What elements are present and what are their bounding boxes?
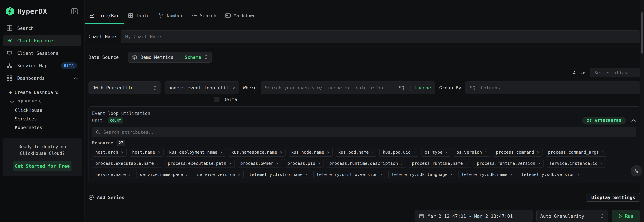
add-series-button[interactable]: Add Series — [88, 195, 124, 200]
collapse-panel-chevron-up-icon[interactable] — [631, 119, 636, 122]
tab-markdown[interactable]: Markdown — [221, 7, 260, 24]
attribute-chip-label: process.executable.name — [95, 161, 154, 166]
run-label: Run — [625, 214, 633, 219]
attribute-chip[interactable]: os.type › — [422, 148, 451, 157]
sidebar-item-client-sessions[interactable]: Client Sessions — [3, 47, 81, 59]
tab-table[interactable]: Table — [124, 7, 154, 24]
attribute-chip[interactable]: telemetry.sdk.name › — [458, 170, 516, 179]
attribute-chip-label: host.arch — [95, 150, 118, 155]
sidebar-nav: Search Chart Explorer Client Sessions Se… — [0, 23, 84, 132]
attribute-chip[interactable]: telemetry.distro.name › — [246, 170, 311, 179]
attribute-chip[interactable]: process.command_args › — [545, 148, 607, 157]
data-source-row: Data Source Demo Metrics Schema — [84, 52, 644, 63]
attribute-chip[interactable]: k8s.namespace.name › — [228, 148, 286, 157]
attribute-chip-label: telemetry.distro.version — [316, 172, 378, 177]
attribute-chip[interactable]: k8s.node.name › — [288, 148, 333, 157]
where-search-wrap: SQL | Lucene — [261, 81, 435, 94]
display-settings-button[interactable]: Display Settings — [586, 193, 640, 202]
attribute-chip[interactable]: process.executable.name › — [92, 159, 162, 168]
get-started-button[interactable]: Get Started for Free — [13, 161, 72, 171]
presets-header-label: PRESETS — [18, 100, 42, 104]
lucene-toggle[interactable]: Lucene — [414, 85, 431, 90]
delta-row: Delta — [84, 97, 644, 102]
chevron-right-icon: › — [238, 172, 240, 177]
series-alias-input[interactable] — [590, 68, 640, 77]
presets-header[interactable]: PRESETS — [10, 100, 81, 104]
attribute-chip[interactable]: telemetry.sdk.language › — [388, 170, 456, 179]
attribute-chip[interactable]: telemetry.distro.version › — [314, 170, 386, 179]
date-range-picker[interactable]: Mar 2 12:47:01 - Mar 2 13:47:01 — [414, 210, 532, 222]
sidebar-item-dashboards[interactable]: Dashboards — [3, 72, 81, 84]
chevron-right-icon: › — [120, 150, 123, 155]
section-divider — [84, 46, 640, 47]
chevron-right-icon: › — [600, 161, 603, 166]
sidebar-item-chart-explorer[interactable]: Chart Explorer — [3, 35, 81, 46]
chevron-right-icon: › — [220, 150, 223, 155]
attribute-chip[interactable]: process.runtime.name › — [409, 159, 471, 168]
attribute-chip[interactable]: process.owner › — [237, 159, 282, 168]
where-search-input[interactable] — [261, 85, 399, 90]
filter-settings-fab[interactable] — [631, 165, 642, 177]
attribute-chip[interactable]: k8s.deployment.name › — [166, 148, 226, 157]
sidebar-item-service-map[interactable]: Service Map BETA — [3, 60, 81, 71]
attribute-chip-label: k8s.pod.name — [338, 150, 369, 155]
sql-toggle[interactable]: SQL — [399, 85, 407, 90]
attribute-chip[interactable]: host.name › — [129, 148, 163, 157]
calendar-icon — [419, 214, 424, 219]
plus-circle-icon — [88, 195, 94, 200]
scrollbar-thumb[interactable] — [641, 12, 643, 54]
tab-search[interactable]: Search — [188, 7, 221, 24]
attribute-chip[interactable]: service.instance.id › — [546, 159, 606, 168]
chevron-up-icon[interactable] — [74, 76, 78, 81]
attribute-chip[interactable]: process.runtime.version › — [474, 159, 544, 168]
group-by-label: Group By — [439, 85, 461, 90]
delta-label: Delta — [224, 97, 237, 102]
chevron-right-icon: › — [538, 161, 540, 166]
attribute-chip[interactable]: k8s.pod.uid › — [380, 148, 419, 157]
sidebar-item-search[interactable]: Search — [3, 23, 81, 34]
brand-title: HyperDX — [18, 7, 70, 15]
attribute-chip[interactable]: service.name › — [92, 170, 134, 179]
attribute-chip[interactable]: service.version › — [194, 170, 244, 179]
preset-item-kubernetes[interactable]: Kubernetes — [15, 123, 81, 132]
chevron-right-icon: › — [413, 150, 416, 155]
group-by-input[interactable] — [465, 81, 640, 94]
clear-metric-icon[interactable]: ✕ — [232, 85, 235, 91]
vertical-scrollbar[interactable] — [640, 0, 644, 222]
attribute-chip-label: os.version — [456, 150, 482, 155]
granularity-select[interactable]: Auto Granularity — [536, 210, 608, 222]
alias-divider-line — [88, 73, 570, 73]
tab-number[interactable]: 123 Number — [154, 7, 188, 24]
aggregation-select[interactable]: 90th Percentile — [88, 81, 160, 94]
run-button[interactable]: Run — [612, 210, 640, 222]
attribute-chip[interactable]: telemetry.sdk.version › — [518, 170, 583, 179]
beta-badge: BETA — [61, 62, 77, 69]
hyperdx-logo-icon — [6, 6, 14, 16]
attribute-search-input[interactable] — [104, 130, 633, 135]
attribute-chip[interactable]: process.pid › — [284, 159, 324, 168]
attribute-chip-label: service.namespace — [140, 172, 183, 177]
attribute-chip[interactable]: k8s.pod.name › — [335, 148, 377, 157]
series-editor-row: 90th Percentile nodejs.event_loop.util ✕… — [84, 81, 644, 94]
attribute-chip[interactable]: os.version › — [453, 148, 490, 157]
schema-link[interactable]: Schema — [185, 55, 201, 60]
metric-select[interactable]: nodejs.event_loop.util ✕ — [164, 81, 239, 94]
attribute-chip[interactable]: process.runtime.description › — [326, 159, 406, 168]
create-dashboard-button[interactable]: + Create Dashboard — [9, 88, 81, 96]
attribute-chip[interactable]: process.command › — [493, 148, 542, 157]
unit-badge: COUNT — [108, 117, 123, 123]
preset-item-services[interactable]: Services — [15, 115, 81, 123]
preset-item-clickhouse[interactable]: ClickHouse — [15, 106, 81, 115]
attribute-chip[interactable]: service.namespace › — [136, 170, 192, 179]
delta-checkbox[interactable] — [214, 97, 220, 102]
attribute-chip[interactable]: host.arch › — [92, 148, 126, 157]
data-source-select[interactable]: Demo Metrics Schema — [128, 52, 212, 63]
chevron-right-icon: › — [536, 150, 539, 155]
tab-line-bar[interactable]: Line/Bar — [85, 7, 124, 24]
chevron-right-icon: › — [510, 172, 512, 177]
service-map-icon — [6, 63, 13, 69]
chart-name-input[interactable] — [121, 30, 640, 43]
collapse-sidebar-icon[interactable] — [70, 7, 79, 15]
series-actions-row: Add Series Display Settings — [84, 193, 644, 202]
attribute-chip[interactable]: process.executable.path › — [164, 159, 235, 168]
